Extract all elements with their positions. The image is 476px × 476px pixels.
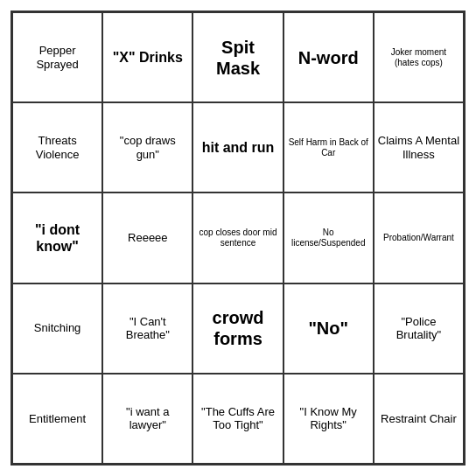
bingo-cell-0-2: Spit Mask [192,12,283,102]
bingo-cell-4-4: Restraint Chair [374,374,464,464]
bingo-cell-2-3: No license/Suspended [284,192,374,283]
bingo-cell-2-4: Probation/Warrant [374,192,464,283]
bingo-row-3: Snitching"I Can't Breathe"crowd forms"No… [12,284,464,374]
bingo-cell-1-2: hit and run [192,102,283,192]
bingo-cell-2-2: cop closes door mid sentence [192,192,283,283]
bingo-cell-0-3: N-word [284,12,374,102]
bingo-cell-1-1: "cop draws gun" [102,102,192,192]
bingo-row-0: Pepper Sprayed"X" DrinksSpit MaskN-wordJ… [12,12,464,102]
bingo-cell-4-0: Entitlement [12,374,102,464]
bingo-row-1: Threats Violence"cop draws gun"hit and r… [12,102,464,192]
bingo-row-2: "i dont know"Reeeeecop closes door mid s… [12,192,464,283]
bingo-cell-3-1: "I Can't Breathe" [102,284,192,374]
bingo-cell-0-1: "X" Drinks [102,12,192,102]
bingo-cell-4-1: "i want a lawyer" [102,374,192,464]
bingo-cell-2-1: Reeeee [102,192,192,283]
bingo-cell-3-0: Snitching [12,284,102,374]
bingo-row-4: Entitlement"i want a lawyer""The Cuffs A… [12,374,464,464]
bingo-cell-4-3: "I Know My Rights" [284,374,374,464]
bingo-cell-1-4: Claims A Mental Illness [374,102,464,192]
bingo-board: Pepper Sprayed"X" DrinksSpit MaskN-wordJ… [10,10,466,466]
bingo-cell-1-3: Self Harm in Back of Car [284,102,374,192]
bingo-cell-3-3: "No" [284,284,374,374]
bingo-cell-3-2: crowd forms [192,284,283,374]
bingo-cell-0-0: Pepper Sprayed [12,12,102,102]
bingo-cell-2-0: "i dont know" [12,192,102,283]
bingo-cell-3-4: "Police Brutality" [374,284,464,374]
bingo-cell-1-0: Threats Violence [12,102,102,192]
bingo-cell-0-4: Joker moment (hates cops) [374,12,464,102]
bingo-cell-4-2: "The Cuffs Are Too Tight" [192,374,283,464]
